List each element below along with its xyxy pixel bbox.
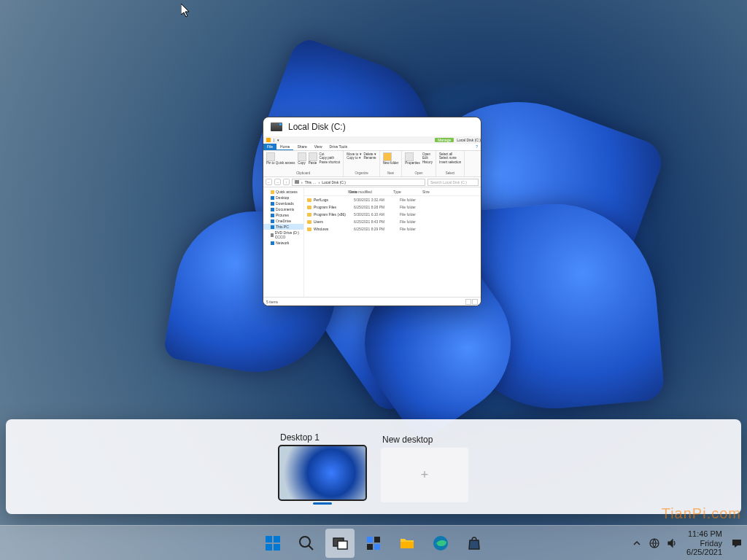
up-button[interactable]: ↑ — [283, 179, 290, 185]
network-icon[interactable] — [649, 537, 660, 549]
svg-rect-12 — [400, 542, 414, 548]
column-headers[interactable]: Name Date modified Type Size — [304, 187, 481, 196]
clock[interactable]: 11:46 PM Friday 6/25/2021 — [684, 529, 725, 557]
new-folder-icon[interactable] — [383, 152, 392, 161]
svg-rect-1 — [274, 536, 280, 542]
file-explorer-button[interactable] — [392, 529, 422, 558]
file-row[interactable]: Windows6/25/2021 8:29 PMFile folder — [304, 225, 481, 233]
task-view-button[interactable] — [325, 529, 355, 558]
desktop-1-preview — [279, 446, 366, 500]
tab-share[interactable]: Share — [293, 144, 310, 150]
pin-icon[interactable] — [266, 152, 275, 161]
sidebar-item[interactable]: Downloads — [263, 201, 303, 206]
address-bar[interactable]: ← → ↑ ›This …›Local Disk (C:) Search Loc… — [263, 177, 481, 187]
file-list[interactable]: PerfLogs5/30/2021 3:32 AMFile folderProg… — [304, 196, 481, 297]
search-input[interactable]: Search Local Disk (C:) — [427, 179, 479, 186]
properties-icon[interactable] — [405, 152, 414, 161]
svg-rect-8 — [367, 537, 373, 542]
tab-drive-tools[interactable]: Drive Tools — [326, 144, 352, 150]
sidebar-item[interactable]: OneDrive — [263, 218, 303, 224]
tray-overflow-icon[interactable] — [631, 537, 643, 549]
svg-rect-10 — [367, 544, 373, 550]
forward-button[interactable]: → — [274, 179, 281, 185]
start-button[interactable] — [258, 529, 287, 558]
details-view-icon[interactable] — [465, 299, 471, 305]
volume-icon[interactable] — [666, 537, 678, 549]
taskbar: 11:46 PM Friday 6/25/2021 — [0, 525, 747, 560]
edge-button[interactable] — [426, 529, 455, 558]
sidebar-item[interactable]: Pictures — [263, 212, 303, 218]
preview-titlebar: Local Disk (C:) — [263, 117, 481, 136]
svg-line-5 — [309, 545, 313, 550]
window-title: Local Disk (C:) — [288, 122, 346, 132]
svg-rect-9 — [374, 537, 380, 542]
file-row[interactable]: Program Files6/25/2021 8:28 PMFile folde… — [304, 203, 481, 211]
file-row[interactable]: Users6/25/2021 8:43 PMFile folder — [304, 218, 481, 225]
file-row[interactable]: PerfLogs5/30/2021 3:32 AMFile folder — [304, 196, 481, 203]
svg-rect-2 — [266, 544, 272, 551]
drive-icon — [271, 122, 282, 131]
widgets-button[interactable] — [359, 529, 388, 558]
search-button[interactable] — [292, 529, 321, 558]
sidebar-item[interactable]: Desktop — [263, 195, 303, 201]
svg-rect-11 — [374, 544, 380, 550]
desktop-thumbnail-1[interactable]: Desktop 1 — [279, 429, 366, 505]
ribbon-tabs[interactable]: File Home Share View Drive Tools ? — [263, 144, 481, 151]
tab-home[interactable]: Home — [276, 144, 293, 150]
quick-access-toolbar: |▾ Manage Local Disk (C:) — [263, 136, 481, 144]
breadcrumb[interactable]: ›This …›Local Disk (C:) — [292, 179, 425, 186]
mouse-cursor — [181, 4, 191, 18]
svg-point-4 — [300, 537, 310, 547]
svg-rect-7 — [338, 541, 347, 549]
navigation-pane[interactable]: Quick accessDesktopDownloadsDocumentsPic… — [263, 187, 304, 297]
folder-icon — [307, 213, 311, 217]
manage-tab[interactable]: Manage — [435, 138, 454, 142]
folder-icon — [307, 228, 311, 231]
folder-icon — [307, 198, 311, 202]
svg-rect-0 — [266, 536, 272, 542]
paste-icon[interactable] — [309, 152, 317, 161]
sidebar-item[interactable]: Quick access — [263, 189, 303, 195]
sidebar-item[interactable]: This PC — [263, 224, 303, 230]
file-row[interactable]: Program Files (x86)5/30/2021 6:10 AMFile… — [304, 211, 481, 218]
status-bar: 5 items — [263, 297, 481, 306]
ribbon: Pin to Quick access Copy Paste CutCopy p… — [263, 151, 481, 177]
sidebar-item[interactable]: DVD Drive (D:) CCCO — [263, 230, 303, 240]
folder-icon — [307, 220, 311, 224]
notifications-icon[interactable] — [731, 537, 743, 549]
back-button[interactable]: ← — [266, 179, 272, 185]
sidebar-item[interactable]: Network — [263, 240, 303, 246]
copy-icon[interactable] — [298, 152, 306, 161]
folder-icon — [307, 206, 311, 209]
help-icon[interactable]: ? — [472, 144, 481, 150]
new-desktop-button[interactable]: New desktop + — [381, 432, 468, 502]
tab-view[interactable]: View — [311, 144, 326, 150]
store-button[interactable] — [460, 529, 489, 558]
sidebar-item[interactable]: Documents — [263, 206, 303, 212]
plus-icon: + — [381, 448, 468, 502]
svg-rect-3 — [274, 544, 280, 551]
drive-icon — [295, 180, 299, 184]
task-view-bar: Desktop 1 New desktop + — [6, 419, 741, 514]
file-explorer-preview[interactable]: Local Disk (C:) |▾ Manage Local Disk (C:… — [263, 117, 481, 306]
folder-icon — [266, 138, 271, 142]
tiles-view-icon[interactable] — [472, 299, 478, 305]
watermark: TianPi.com — [662, 505, 741, 522]
tab-file[interactable]: File — [263, 144, 276, 150]
